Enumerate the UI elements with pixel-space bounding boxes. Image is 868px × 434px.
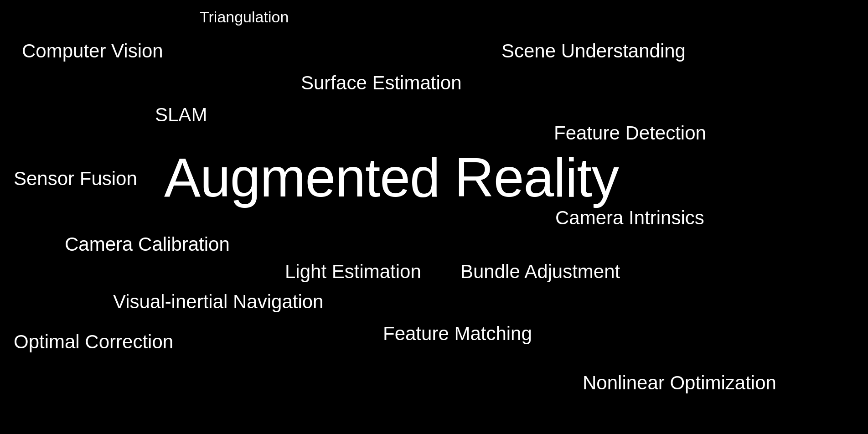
word-slam: SLAM	[155, 104, 207, 126]
word-sensor-fusion: Sensor Fusion	[14, 168, 137, 190]
word-camera-intrinsics: Camera Intrinsics	[555, 207, 704, 229]
word-feature-matching: Feature Matching	[383, 323, 532, 345]
word-scene-understanding: Scene Understanding	[501, 40, 686, 62]
word-feature-detection: Feature Detection	[554, 122, 706, 144]
word-surface-estimation: Surface Estimation	[301, 72, 462, 94]
word-cloud: TriangulationComputer VisionScene Unders…	[0, 0, 868, 434]
word-triangulation: Triangulation	[200, 8, 289, 26]
word-computer-vision: Computer Vision	[22, 40, 163, 62]
word-camera-calibration: Camera Calibration	[65, 233, 230, 255]
word-bundle-adjustment: Bundle Adjustment	[460, 261, 620, 283]
word-light-estimation: Light Estimation	[285, 261, 421, 283]
word-visual-inertial-navigation: Visual-inertial Navigation	[113, 291, 323, 313]
word-optimal-correction: Optimal Correction	[14, 331, 173, 353]
word-nonlinear-optimization: Nonlinear Optimization	[583, 372, 776, 394]
word-augmented-reality: Augmented Reality	[164, 146, 619, 209]
